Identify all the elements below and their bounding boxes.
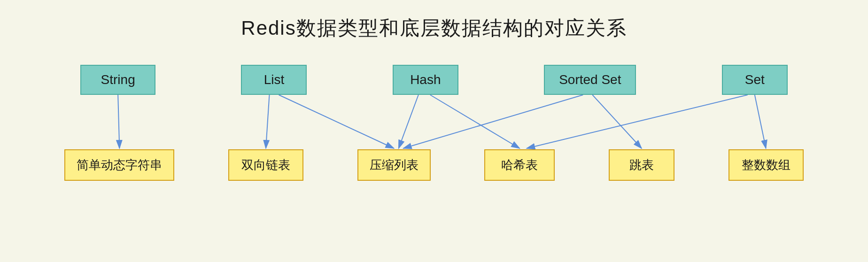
- node-set: Set: [722, 65, 788, 95]
- node-skiplist: 跳表: [609, 149, 674, 181]
- node-hash: Hash: [393, 65, 458, 95]
- svg-line-7: [592, 95, 642, 148]
- svg-line-9: [755, 95, 766, 148]
- svg-line-1: [118, 95, 119, 148]
- node-linkedlist: 双向链表: [228, 149, 303, 181]
- bottom-nodes-row: 简单动态字符串 双向链表 压缩列表 哈希表 跳表 整数数组: [0, 149, 868, 181]
- node-intset: 整数数组: [728, 149, 804, 181]
- node-ziplist: 压缩列表: [357, 149, 431, 181]
- node-list: List: [241, 65, 307, 95]
- svg-line-3: [279, 95, 394, 148]
- node-hashtable: 哈希表: [484, 149, 555, 181]
- diagram-area: String List Hash Sorted Set Set 简单动态字符串 …: [0, 51, 868, 248]
- node-sds: 简单动态字符串: [64, 149, 174, 181]
- page-title: Redis数据类型和底层数据结构的对应关系: [0, 0, 868, 41]
- svg-line-4: [399, 95, 418, 148]
- top-nodes-row: String List Hash Sorted Set Set: [0, 65, 868, 95]
- svg-line-2: [266, 95, 270, 148]
- node-string: String: [80, 65, 155, 95]
- node-sorted-set: Sorted Set: [544, 65, 636, 95]
- svg-line-8: [527, 95, 747, 148]
- svg-line-6: [403, 95, 583, 148]
- svg-line-5: [430, 95, 519, 148]
